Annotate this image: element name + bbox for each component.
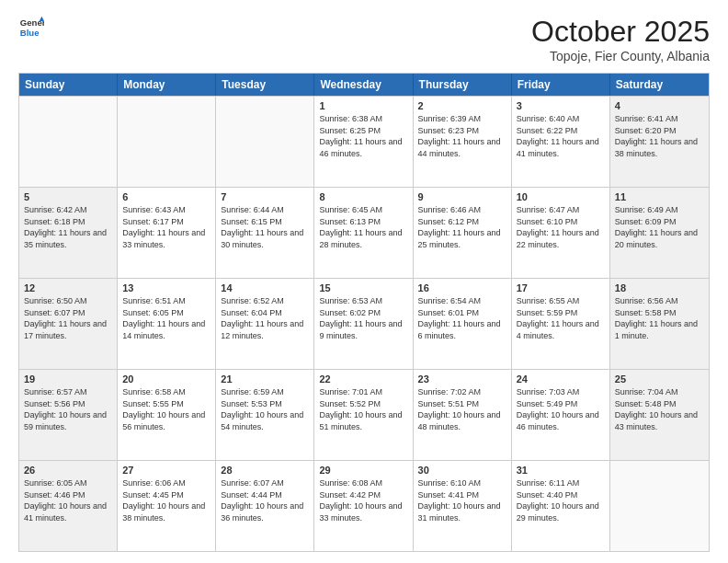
calendar-cell: 27Sunrise: 6:06 AMSunset: 4:45 PMDayligh… [118, 461, 216, 551]
logo: General Blue [18, 15, 48, 40]
title-block: October 2025 Topoje, Fier County, Albani… [531, 15, 710, 63]
day-number: 16 [418, 282, 506, 293]
cell-info: Sunrise: 7:02 AMSunset: 5:51 PMDaylight:… [418, 387, 501, 431]
day-number: 2 [418, 100, 506, 111]
calendar-cell: 12Sunrise: 6:50 AMSunset: 6:07 PMDayligh… [19, 279, 118, 369]
cell-info: Sunrise: 6:39 AMSunset: 6:23 PMDaylight:… [418, 114, 501, 158]
day-number: 20 [122, 373, 210, 385]
cell-info: Sunrise: 6:50 AMSunset: 6:07 PMDaylight:… [24, 296, 107, 340]
day-number: 28 [221, 465, 309, 476]
calendar-body: 1Sunrise: 6:38 AMSunset: 6:25 PMDaylight… [19, 96, 709, 551]
cell-info: Sunrise: 6:11 AMSunset: 4:40 PMDaylight:… [517, 478, 599, 523]
header: General Blue October 2025 Topoje, Fier C… [18, 15, 710, 63]
day-number: 21 [221, 373, 309, 385]
calendar-cell: 29Sunrise: 6:08 AMSunset: 4:42 PMDayligh… [314, 461, 413, 551]
cell-info: Sunrise: 6:08 AMSunset: 4:42 PMDaylight:… [319, 478, 402, 523]
calendar-cell: 5Sunrise: 6:42 AMSunset: 6:18 PMDaylight… [19, 188, 118, 278]
day-number: 15 [319, 282, 407, 293]
calendar-cell: 10Sunrise: 6:47 AMSunset: 6:10 PMDayligh… [512, 188, 610, 278]
day-number: 12 [24, 282, 112, 293]
day-number: 24 [517, 373, 605, 385]
page: General Blue October 2025 Topoje, Fier C… [0, 0, 728, 563]
calendar-cell: 21Sunrise: 6:59 AMSunset: 5:53 PMDayligh… [216, 370, 314, 460]
day-number: 6 [122, 191, 210, 202]
calendar-cell: 17Sunrise: 6:55 AMSunset: 5:59 PMDayligh… [512, 279, 610, 369]
calendar-cell: 19Sunrise: 6:57 AMSunset: 5:56 PMDayligh… [19, 370, 118, 460]
cell-info: Sunrise: 6:43 AMSunset: 6:17 PMDaylight:… [122, 205, 205, 249]
day-number: 10 [517, 191, 605, 202]
location-subtitle: Topoje, Fier County, Albania [531, 49, 710, 63]
cell-info: Sunrise: 6:52 AMSunset: 6:04 PMDaylight:… [221, 296, 303, 340]
calendar-cell: 9Sunrise: 6:46 AMSunset: 6:12 PMDaylight… [414, 188, 512, 278]
cell-info: Sunrise: 7:04 AMSunset: 5:48 PMDaylight:… [615, 387, 698, 431]
calendar-cell [610, 461, 709, 551]
day-number: 29 [319, 465, 407, 476]
day-number: 27 [122, 465, 210, 476]
weekday-header: Friday [512, 74, 610, 96]
calendar-row: 1Sunrise: 6:38 AMSunset: 6:25 PMDaylight… [19, 96, 709, 187]
day-number: 25 [615, 373, 704, 385]
cell-info: Sunrise: 7:03 AMSunset: 5:49 PMDaylight:… [517, 387, 599, 431]
calendar-cell: 6Sunrise: 6:43 AMSunset: 6:17 PMDaylight… [118, 188, 216, 278]
cell-info: Sunrise: 6:54 AMSunset: 6:01 PMDaylight:… [418, 296, 501, 340]
calendar-cell: 16Sunrise: 6:54 AMSunset: 6:01 PMDayligh… [414, 279, 512, 369]
day-number: 3 [517, 100, 605, 111]
cell-info: Sunrise: 6:47 AMSunset: 6:10 PMDaylight:… [517, 205, 599, 249]
calendar-cell: 26Sunrise: 6:05 AMSunset: 4:46 PMDayligh… [19, 461, 118, 551]
cell-info: Sunrise: 6:07 AMSunset: 4:44 PMDaylight:… [221, 478, 303, 523]
day-number: 31 [517, 465, 605, 476]
day-number: 18 [615, 282, 704, 293]
calendar-cell: 3Sunrise: 6:40 AMSunset: 6:22 PMDaylight… [512, 97, 610, 187]
cell-info: Sunrise: 6:46 AMSunset: 6:12 PMDaylight:… [418, 205, 501, 249]
calendar-header: SundayMondayTuesdayWednesdayThursdayFrid… [19, 74, 709, 96]
cell-info: Sunrise: 6:57 AMSunset: 5:56 PMDaylight:… [24, 387, 107, 431]
calendar-cell: 14Sunrise: 6:52 AMSunset: 6:04 PMDayligh… [216, 279, 314, 369]
calendar: SundayMondayTuesdayWednesdayThursdayFrid… [18, 73, 710, 552]
cell-info: Sunrise: 6:51 AMSunset: 6:05 PMDaylight:… [122, 296, 205, 340]
cell-info: Sunrise: 6:59 AMSunset: 5:53 PMDaylight:… [221, 387, 303, 431]
day-number: 19 [24, 373, 112, 385]
day-number: 1 [319, 100, 407, 111]
calendar-row: 12Sunrise: 6:50 AMSunset: 6:07 PMDayligh… [19, 278, 709, 369]
day-number: 5 [24, 191, 112, 202]
cell-info: Sunrise: 7:01 AMSunset: 5:52 PMDaylight:… [319, 387, 402, 431]
cell-info: Sunrise: 6:55 AMSunset: 5:59 PMDaylight:… [517, 296, 599, 340]
day-number: 14 [221, 282, 309, 293]
calendar-row: 5Sunrise: 6:42 AMSunset: 6:18 PMDaylight… [19, 187, 709, 278]
calendar-cell: 28Sunrise: 6:07 AMSunset: 4:44 PMDayligh… [216, 461, 314, 551]
cell-info: Sunrise: 6:05 AMSunset: 4:46 PMDaylight:… [24, 478, 107, 523]
cell-info: Sunrise: 6:53 AMSunset: 6:02 PMDaylight:… [319, 296, 402, 340]
weekday-header: Thursday [414, 74, 512, 96]
cell-info: Sunrise: 6:41 AMSunset: 6:20 PMDaylight:… [615, 114, 698, 158]
day-number: 7 [221, 191, 309, 202]
calendar-cell [118, 97, 216, 187]
weekday-header: Sunday [19, 74, 118, 96]
calendar-cell: 15Sunrise: 6:53 AMSunset: 6:02 PMDayligh… [314, 279, 413, 369]
calendar-cell: 25Sunrise: 7:04 AMSunset: 5:48 PMDayligh… [610, 370, 709, 460]
calendar-cell: 18Sunrise: 6:56 AMSunset: 5:58 PMDayligh… [610, 279, 709, 369]
cell-info: Sunrise: 6:45 AMSunset: 6:13 PMDaylight:… [319, 205, 402, 249]
cell-info: Sunrise: 6:38 AMSunset: 6:25 PMDaylight:… [319, 114, 402, 158]
cell-info: Sunrise: 6:06 AMSunset: 4:45 PMDaylight:… [122, 478, 205, 523]
calendar-cell: 1Sunrise: 6:38 AMSunset: 6:25 PMDaylight… [314, 97, 413, 187]
day-number: 17 [517, 282, 605, 293]
calendar-cell: 22Sunrise: 7:01 AMSunset: 5:52 PMDayligh… [314, 370, 413, 460]
day-number: 4 [615, 100, 704, 111]
calendar-cell: 31Sunrise: 6:11 AMSunset: 4:40 PMDayligh… [512, 461, 610, 551]
calendar-cell: 8Sunrise: 6:45 AMSunset: 6:13 PMDaylight… [314, 188, 413, 278]
logo-icon: General Blue [18, 15, 44, 40]
calendar-cell [216, 97, 314, 187]
weekday-header: Monday [118, 74, 216, 96]
calendar-cell: 30Sunrise: 6:10 AMSunset: 4:41 PMDayligh… [414, 461, 512, 551]
calendar-cell: 7Sunrise: 6:44 AMSunset: 6:15 PMDaylight… [216, 188, 314, 278]
month-title: October 2025 [531, 15, 710, 49]
day-number: 23 [418, 373, 506, 385]
cell-info: Sunrise: 6:44 AMSunset: 6:15 PMDaylight:… [221, 205, 303, 249]
calendar-cell: 20Sunrise: 6:58 AMSunset: 5:55 PMDayligh… [118, 370, 216, 460]
calendar-row: 19Sunrise: 6:57 AMSunset: 5:56 PMDayligh… [19, 369, 709, 460]
calendar-cell: 13Sunrise: 6:51 AMSunset: 6:05 PMDayligh… [118, 279, 216, 369]
weekday-header: Tuesday [216, 74, 314, 96]
day-number: 8 [319, 191, 407, 202]
cell-info: Sunrise: 6:42 AMSunset: 6:18 PMDaylight:… [24, 205, 107, 249]
calendar-cell: 11Sunrise: 6:49 AMSunset: 6:09 PMDayligh… [610, 188, 709, 278]
